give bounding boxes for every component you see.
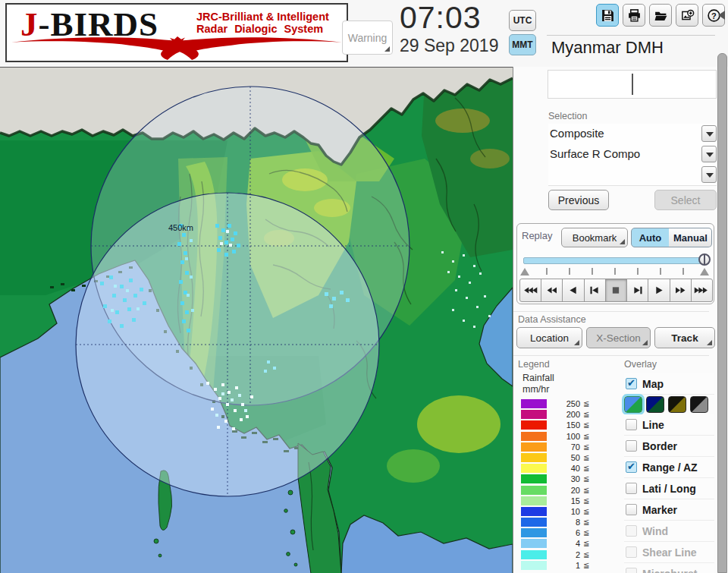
radar-map-area[interactable]: 450km — [0, 67, 513, 573]
manual-button[interactable]: Manual — [669, 228, 712, 247]
slider-tick — [546, 268, 548, 275]
selection-field-3[interactable] — [548, 165, 717, 186]
selection-field-1-dropdown-button[interactable] — [701, 125, 717, 142]
playback-controls — [519, 279, 713, 302]
open-folder-button[interactable] — [649, 4, 672, 27]
track-button[interactable]: Track — [654, 327, 715, 348]
rewind-3-button[interactable] — [519, 279, 541, 302]
panel-collapse-arrow-icon[interactable] — [718, 11, 725, 20]
overlay-item-label: Shear Line — [642, 546, 697, 559]
legend-label: Legend — [518, 359, 550, 370]
previous-button[interactable]: Previous — [548, 190, 609, 210]
play-icon — [650, 284, 668, 297]
checkbox[interactable] — [626, 461, 637, 473]
logo-subtitle-line1: JRC-Brilliant & Intelligent — [196, 11, 329, 23]
legend-row: 50≦ — [521, 452, 597, 463]
selection-text-input[interactable] — [548, 70, 717, 99]
legend-row: 200≦ — [521, 409, 597, 420]
utc-button[interactable]: UTC — [509, 10, 536, 31]
checkbox[interactable] — [626, 378, 637, 389]
slider-tick — [614, 268, 616, 275]
auto-button[interactable]: Auto — [631, 228, 670, 247]
overlay-item-map[interactable]: Map — [624, 373, 714, 395]
map-style-swatch-1[interactable] — [624, 396, 642, 413]
legend-row: 15≦ — [521, 496, 597, 506]
legend-color-swatch — [521, 539, 547, 548]
selection-field-2-dropdown-button[interactable] — [701, 146, 717, 162]
divider — [513, 311, 709, 312]
legend-lte-icon: ≦ — [583, 420, 589, 429]
selection-field-3-dropdown-button[interactable] — [701, 166, 717, 183]
legend-row: 30≦ — [521, 474, 597, 484]
bookmark-button[interactable]: Bookmark — [561, 228, 628, 247]
save-button[interactable] — [596, 4, 619, 27]
add-image-icon — [680, 8, 695, 23]
step-first-button[interactable] — [584, 279, 606, 302]
rewind-3-icon — [522, 284, 540, 297]
overlay-item-border[interactable]: Border — [624, 436, 714, 457]
forward-3-button[interactable] — [691, 279, 713, 302]
legend-lte-icon: ≦ — [583, 432, 589, 440]
x-section-button[interactable]: X-Section — [586, 327, 651, 348]
replay-slider-handle[interactable] — [698, 253, 711, 266]
replay-group: Replay Bookmark Auto Manual — [516, 223, 714, 304]
legend-lte-icon: ≦ — [583, 539, 589, 547]
overlay-item-label: Lati / Long — [642, 483, 696, 495]
overlay-item-marker[interactable]: Marker — [624, 499, 714, 521]
data-assistance-label: Data Assistance — [518, 314, 586, 325]
slider-tick — [637, 268, 639, 275]
print-icon — [627, 8, 642, 23]
legend-row: 100≦ — [521, 431, 597, 442]
map-style-swatch-2[interactable] — [646, 396, 664, 413]
legend-value: 150 — [548, 420, 580, 430]
map-style-swatch-3[interactable] — [668, 396, 686, 413]
slider-start-marker-icon — [520, 268, 529, 275]
legend-lte-icon: ≦ — [583, 550, 589, 559]
step-last-button[interactable] — [626, 279, 648, 302]
overlay-list: LineBorderRange / AZLati / LongMarkerWin… — [624, 414, 714, 573]
rewind-2-icon — [543, 284, 561, 297]
rewind-2-button[interactable] — [541, 279, 563, 302]
legend-row: 250≦ — [521, 398, 597, 409]
checkbox[interactable] — [626, 419, 637, 430]
divider — [513, 355, 709, 356]
panel-edge-scrollbar[interactable] — [717, 53, 727, 573]
warning-button[interactable]: Warning — [342, 20, 393, 55]
stop-button[interactable] — [605, 279, 627, 302]
legend-value: 20 — [548, 486, 580, 495]
overlay-item-wind: Wind — [624, 521, 714, 542]
overlay-item-label: Marker — [642, 504, 677, 516]
play-reverse-button[interactable] — [562, 279, 584, 302]
eagle-icon — [10, 36, 344, 61]
overlay-item-range-az[interactable]: Range / AZ — [624, 457, 714, 478]
checkbox[interactable] — [626, 440, 637, 452]
add-image-button[interactable] — [676, 4, 698, 27]
legend-value: 40 — [548, 464, 580, 473]
legend-value: 4 — [548, 539, 580, 548]
checkbox[interactable] — [626, 504, 637, 515]
overlay-item-microburst: Microburst — [624, 563, 714, 573]
replay-slider-track[interactable] — [523, 257, 703, 264]
selection-field-1[interactable]: Composite — [548, 124, 717, 145]
overlay-item-lati-long[interactable]: Lati / Long — [624, 478, 714, 499]
overlay-item-label: Line — [642, 419, 664, 431]
legend-row: 20≦ — [521, 485, 597, 496]
slider-end-marker-icon — [700, 268, 709, 275]
legend-lte-icon: ≦ — [583, 507, 589, 515]
map-style-swatch-4[interactable] — [690, 396, 708, 413]
legend-lte-icon: ≦ — [583, 561, 589, 569]
legend-lte-icon: ≦ — [583, 399, 589, 408]
selection-field-2[interactable]: Surface R Compo — [548, 144, 717, 165]
play-button[interactable] — [648, 279, 670, 302]
radar-map: 450km — [0, 68, 513, 573]
range-ring-label: 450km — [168, 223, 193, 232]
overlay-item-line[interactable]: Line — [624, 414, 714, 436]
location-button[interactable]: Location — [516, 327, 582, 348]
checkbox[interactable] — [626, 483, 637, 494]
legend-value: 2 — [548, 550, 580, 559]
print-button[interactable] — [623, 4, 645, 27]
legend-color-swatch — [521, 442, 547, 452]
legend-color-swatch — [521, 464, 547, 473]
mmt-button[interactable]: MMT — [509, 34, 536, 55]
forward-2-button[interactable] — [670, 279, 692, 302]
